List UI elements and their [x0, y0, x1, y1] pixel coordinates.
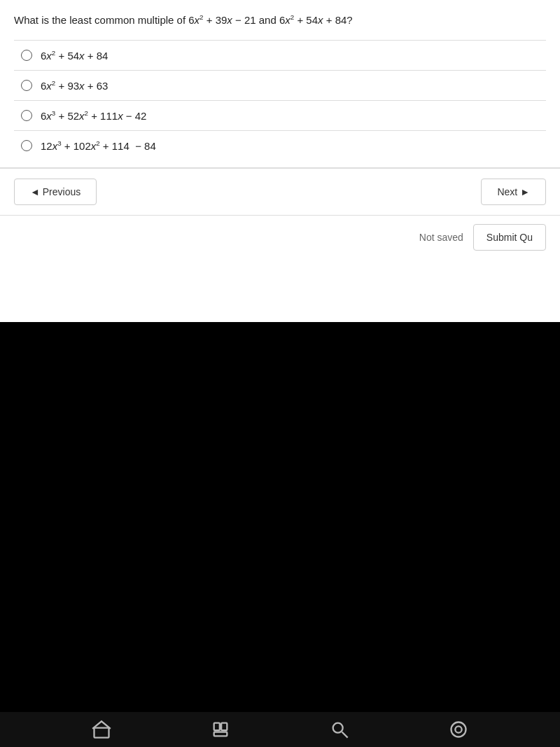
question-text: What is the least common multiple of 6x2… — [14, 13, 546, 29]
svg-point-7 — [455, 726, 461, 732]
option-c[interactable]: 6x3 + 52x2 + 111x − 42 — [14, 100, 546, 130]
search-icon[interactable] — [330, 720, 349, 739]
options-list: 6x2 + 54x + 84 6x2 + 93x + 63 6x3 + 52x2… — [14, 40, 546, 160]
question-area: What is the least common multiple of 6x2… — [0, 0, 560, 168]
nav-bar: ◄ Previous Next ► — [0, 168, 560, 216]
option-b-label: 6x2 + 93x + 63 — [41, 79, 108, 92]
option-d-label: 12x3 + 102x2 + 114 − 84 — [41, 139, 156, 152]
radio-a[interactable] — [21, 50, 32, 61]
next-button[interactable]: Next ► — [481, 179, 546, 205]
option-a[interactable]: 6x2 + 54x + 84 — [14, 40, 546, 70]
option-c-label: 6x3 + 52x2 + 111x − 42 — [41, 109, 146, 122]
svg-line-5 — [342, 732, 348, 738]
not-saved-status: Not saved — [419, 232, 463, 243]
quiz-container: What is the least common multiple of 6x2… — [0, 0, 560, 322]
option-d[interactable]: 12x3 + 102x2 + 114 − 84 — [14, 130, 546, 160]
radio-b[interactable] — [21, 80, 32, 91]
svg-rect-3 — [214, 732, 227, 736]
submit-button[interactable]: Submit Qu — [473, 224, 546, 251]
svg-point-6 — [451, 722, 466, 737]
svg-rect-1 — [214, 723, 220, 731]
taskbar — [0, 712, 560, 747]
recents-icon[interactable] — [211, 720, 230, 739]
radio-d[interactable] — [21, 140, 32, 151]
black-background — [0, 322, 560, 728]
radio-c[interactable] — [21, 110, 32, 121]
option-b[interactable]: 6x2 + 93x + 63 — [14, 70, 546, 100]
assistant-icon[interactable] — [449, 720, 468, 739]
svg-point-4 — [333, 723, 343, 733]
previous-button[interactable]: ◄ Previous — [14, 179, 97, 205]
svg-rect-0 — [94, 728, 109, 738]
option-a-label: 6x2 + 54x + 84 — [41, 49, 108, 62]
home-icon[interactable] — [92, 720, 111, 739]
svg-rect-2 — [221, 723, 227, 731]
submit-bar: Not saved Submit Qu — [0, 216, 560, 259]
